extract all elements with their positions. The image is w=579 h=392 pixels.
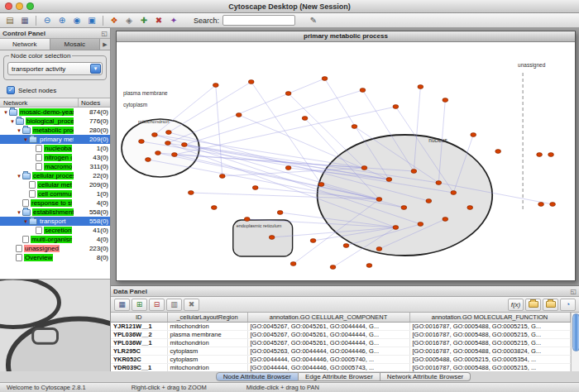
create-attribute-icon[interactable]: ⊞ [132, 299, 147, 311]
graph-node[interactable] [537, 153, 543, 157]
tree-row[interactable]: ▾metabolic process280(0) [0, 126, 110, 135]
table-row[interactable]: YPL036W__1mitochondrion[GO:0045267, GO:0… [111, 338, 570, 347]
table-cell[interactable]: [GO:0016787, GO:0005488, GO:0005215, G..… [409, 322, 570, 330]
graph-node[interactable] [343, 244, 349, 248]
select-all-icon[interactable]: ▥ [166, 299, 182, 311]
function-builder-icon[interactable]: f(x) [508, 299, 524, 311]
table-cell[interactable]: [GO:0045267, GO:0045261, GO:0044444, G..… [247, 338, 409, 347]
graph-node[interactable] [548, 153, 554, 157]
tab-network-attribute-browser[interactable]: Network Attribute Browser [380, 372, 471, 381]
table-cell[interactable]: [GO:0016787, GO:0005488, GO:0005215, G..… [409, 330, 570, 338]
graph-node[interactable] [236, 113, 242, 117]
graph-node[interactable] [426, 199, 432, 203]
table-cell[interactable]: YPL036W__1 [111, 338, 167, 347]
graph-node[interactable] [211, 206, 217, 210]
graph-node[interactable] [495, 150, 501, 154]
graph-node[interactable] [366, 264, 372, 268]
open-session-icon[interactable]: ▤ [3, 14, 17, 26]
graph-node[interactable] [165, 131, 171, 135]
column-header[interactable]: annotation.GO MOLECULAR_FUNCTION [409, 313, 570, 322]
tree-row[interactable]: multi-organism pro...4(0) [0, 235, 110, 244]
table-cell[interactable]: [GO:0005488, GO:0005215, GO:0005354, ... [409, 355, 570, 363]
graph-node[interactable] [188, 191, 194, 195]
graph-node[interactable] [213, 84, 218, 88]
tab-node-attribute-browser[interactable]: Node Attribute Browser [216, 372, 299, 381]
graph-node[interactable] [451, 191, 457, 195]
graph-edge[interactable] [184, 90, 363, 145]
zoom-fit-icon[interactable]: ▣ [85, 14, 98, 26]
save-session-icon[interactable]: ▦ [18, 14, 31, 26]
table-cell[interactable]: [GO:0016787, GO:0005488, GO:0005215, ... [409, 363, 570, 371]
table-cell[interactable]: YJR121W__1 [111, 322, 167, 330]
table-cell[interactable]: [GO:0016787, GO:0005488, GO:0003824, G..… [409, 347, 570, 355]
minimize-button[interactable] [16, 2, 23, 10]
table-cell[interactable]: cytoplasm [167, 347, 247, 355]
expand-arrow-icon[interactable]: ▾ [9, 118, 16, 125]
graph-node[interactable] [310, 239, 316, 243]
tab-overflow-arrow-icon[interactable]: ▶ [100, 39, 110, 50]
table-row[interactable]: YJR121W__1mitochondrion[GO:0045267, GO:0… [111, 322, 570, 330]
tab-edge-attribute-browser[interactable]: Edge Attribute Browser [299, 372, 380, 381]
zoom-out-icon[interactable]: ⊖ [41, 14, 54, 26]
new-network-icon[interactable]: ✚ [137, 14, 151, 26]
graph-node[interactable] [318, 183, 324, 187]
graph-node[interactable] [269, 236, 275, 240]
network-view-title[interactable]: primary metabolic process [117, 31, 575, 42]
network-overview-icon[interactable]: ❖ [108, 14, 121, 26]
table-cell[interactable]: cytoplasm [167, 355, 247, 363]
table-scrollbar[interactable] [571, 313, 579, 371]
graph-node[interactable] [443, 218, 448, 222]
graph-node[interactable] [538, 203, 544, 207]
tree-row[interactable]: nucleobase...1(0) [0, 144, 110, 153]
tree-row[interactable]: nitrogen compo...43(0) [0, 153, 110, 162]
scrollbar-thumb[interactable] [572, 313, 579, 351]
graph-node[interactable] [401, 206, 407, 210]
zoom-selected-icon[interactable]: ◉ [70, 14, 84, 26]
graph-node[interactable] [181, 143, 187, 147]
graph-edge[interactable] [169, 82, 251, 132]
tree-row[interactable]: ▾biological_process776(0) [0, 117, 110, 126]
tree-row[interactable]: secretion41(0) [0, 226, 110, 235]
hide-selected-icon[interactable]: ◈ [122, 14, 136, 26]
tab-network[interactable]: Network [0, 39, 50, 50]
graph-node[interactable] [393, 226, 399, 230]
network-tree[interactable]: ▾mosaic-demo-yeast874(0)▾biological_proc… [0, 108, 110, 279]
graph-node[interactable] [302, 117, 308, 121]
expand-arrow-icon[interactable]: ▾ [22, 136, 29, 143]
graph-node[interactable] [393, 105, 399, 109]
select-attributes-icon[interactable]: ▦ [114, 299, 130, 311]
tree-row[interactable]: ▾cellular process22(0) [0, 171, 110, 180]
expand-arrow-icon[interactable]: ▾ [16, 209, 22, 216]
table-cell[interactable]: [GO:0016787, GO:0005488, GO:0005215, G..… [409, 338, 570, 347]
tree-row[interactable]: cell communica...1(0) [0, 189, 110, 198]
tree-row[interactable]: cellular metabo...209(0) [0, 180, 110, 189]
vizmapper-icon[interactable]: ✦ [167, 14, 180, 26]
zoom-in-icon[interactable]: ⊕ [55, 14, 69, 26]
graph-node[interactable] [277, 211, 283, 215]
table-cell[interactable]: mitochondrion [167, 322, 247, 330]
close-button[interactable] [5, 2, 12, 10]
table-cell[interactable]: [GO:0044444, GO:0044446, GO:0005743, ... [247, 363, 409, 371]
graph-node[interactable] [285, 166, 291, 170]
graph-node[interactable] [244, 218, 250, 222]
graph-node[interactable] [360, 88, 366, 93]
table-cell[interactable]: [GO:0044444, GO:0044446, GO:0005740, ... [247, 355, 409, 363]
tree-column-network[interactable]: Network [0, 98, 79, 107]
graph-node[interactable] [386, 178, 392, 182]
graph-node[interactable] [550, 203, 556, 207]
graph-node[interactable] [219, 174, 225, 179]
column-header[interactable]: annotation.GO CELLULAR_COMPONENT [247, 313, 409, 322]
graph-node[interactable] [330, 265, 336, 270]
trash-icon[interactable]: ✖ [184, 299, 199, 311]
column-header[interactable]: _cellularLayoutRegion [167, 313, 247, 322]
graph-node[interactable] [322, 77, 328, 81]
table-cell[interactable]: YKR052C [111, 355, 167, 363]
graph-node[interactable] [146, 158, 151, 162]
graph-node[interactable] [443, 98, 448, 103]
graph-node[interactable] [156, 151, 161, 155]
table-cell[interactable]: [GO:0045267, GO:0045261, GO:0044444, G..… [247, 322, 409, 330]
tree-row[interactable]: ▾primary metabo...209(0) [0, 135, 110, 144]
table-cell[interactable]: plasma membrane [167, 330, 247, 338]
graph-edge[interactable] [168, 79, 325, 143]
network-canvas[interactable]: unassigned plasma membrane cytoplasm mit… [117, 42, 575, 280]
